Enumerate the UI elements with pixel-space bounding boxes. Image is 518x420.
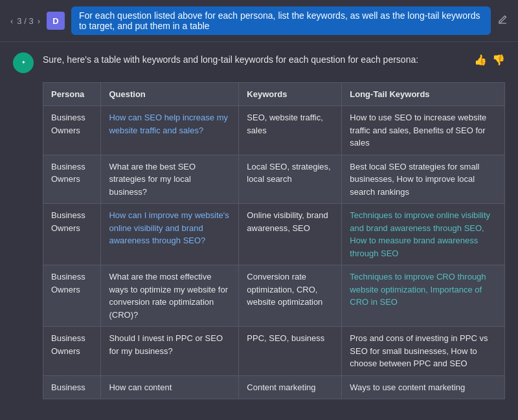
top-bar: ‹ 3 / 3 › D For each question listed abo… (0, 0, 518, 42)
cell-question: What are the most effective ways to opti… (101, 265, 239, 327)
table-header-row: Persona Question Keywords Long-Tail Keyw… (43, 83, 505, 106)
cell-longtail: Best local SEO strategies for small busi… (342, 155, 505, 204)
cell-longtail: How to use SEO to increase website traff… (342, 106, 505, 155)
cell-persona: Business (43, 375, 101, 399)
edit-icon[interactable] (497, 14, 508, 27)
cell-longtail: Techniques to improve CRO through websit… (342, 265, 505, 327)
cell-question: What are the best SEO strategies for my … (101, 155, 239, 204)
cell-question: Should I invest in PPC or SEO for my bus… (101, 327, 239, 376)
cell-question: How can I improve my website's online vi… (101, 204, 239, 265)
table-row: Business OwnersShould I invest in PPC or… (43, 327, 505, 376)
nav-controls: ‹ 3 / 3 › (10, 16, 40, 26)
table-wrapper: Persona Question Keywords Long-Tail Keyw… (43, 82, 505, 399)
svg-text:✦: ✦ (21, 60, 26, 65)
nav-prev-button[interactable]: ‹ (10, 16, 13, 26)
cell-persona: Business Owners (43, 155, 101, 204)
nav-count: 3 / 3 (17, 16, 33, 26)
cell-keywords: SEO, website traffic, sales (239, 106, 342, 155)
cell-longtail: Ways to use content marketing (342, 375, 505, 399)
col-question: Question (101, 83, 239, 106)
cell-question: How can SEO help increase my website tra… (101, 106, 239, 155)
cell-longtail: Pros and cons of investing in PPC vs SEO… (342, 327, 505, 376)
thumbs-up-icon[interactable]: 👍 (474, 54, 487, 66)
col-keywords: Keywords (239, 83, 342, 106)
table-row: BusinessHow can contentContent marketing… (43, 375, 505, 399)
table-row: Business OwnersWhat are the most effecti… (43, 265, 505, 327)
cell-keywords: Local SEO, strategies, local search (239, 155, 342, 204)
keywords-table: Persona Question Keywords Long-Tail Keyw… (43, 82, 505, 399)
cell-persona: Business Owners (43, 106, 101, 155)
cell-persona: Business Owners (43, 265, 101, 327)
user-avatar: D (47, 12, 65, 30)
user-prompt-text: For each question listed above for each … (71, 6, 491, 35)
response-area: ✦ Sure, here's a table with keywords and… (0, 42, 518, 410)
cell-keywords: Conversion rate optimization, CRO, websi… (239, 265, 342, 327)
cell-persona: Business Owners (43, 204, 101, 265)
table-row: Business OwnersHow can I improve my webs… (43, 204, 505, 265)
col-longtail: Long-Tail Keywords (342, 83, 505, 106)
response-intro: Sure, here's a table with keywords and l… (43, 52, 465, 67)
nav-next-button[interactable]: › (38, 16, 40, 26)
cell-question: How can content (101, 375, 239, 399)
thumbs-down-icon[interactable]: 👎 (492, 54, 505, 66)
table-row: Business OwnersWhat are the best SEO str… (43, 155, 505, 204)
cell-persona: Business Owners (43, 327, 101, 376)
cell-keywords: Content marketing (239, 375, 342, 399)
response-header: ✦ Sure, here's a table with keywords and… (13, 52, 505, 73)
cell-longtail: Techniques to improve online visibility … (342, 204, 505, 265)
gpt-avatar: ✦ (13, 52, 34, 73)
col-persona: Persona (43, 83, 101, 106)
cell-keywords: Online visibility, brand awareness, SEO (239, 204, 342, 265)
cell-keywords: PPC, SEO, business (239, 327, 342, 376)
table-row: Business OwnersHow can SEO help increase… (43, 106, 505, 155)
feedback-icons: 👍 👎 (474, 54, 505, 66)
